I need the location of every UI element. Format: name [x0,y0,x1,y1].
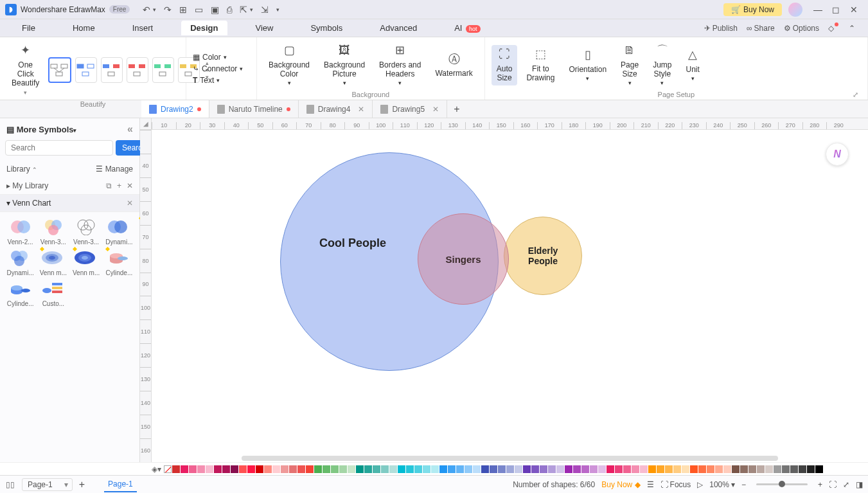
color-swatch[interactable] [623,465,631,473]
menu-file[interactable]: File [13,21,44,35]
color-swatch[interactable] [748,465,756,473]
pagesetup-launcher-icon[interactable]: ⤢ [853,91,858,99]
new-icon[interactable]: ⊞ [179,4,187,15]
color-swatch[interactable] [181,465,188,473]
venn-circle-elderly-people[interactable]: Elderly People [504,217,582,295]
color-swatch[interactable] [799,465,806,473]
fit-page-icon[interactable]: ⛶ [829,480,837,489]
page-tab[interactable]: Page-1 [104,477,137,492]
unit-button[interactable]: △Unit▾ [680,46,704,85]
collapse-sidebar-icon[interactable]: « [127,123,133,135]
category-header[interactable]: ▾ Venn Chart ✕ [0,194,139,212]
presentation-icon[interactable]: ▷ [697,480,703,489]
color-swatch[interactable] [348,465,355,473]
color-swatch[interactable] [715,465,723,473]
save-icon[interactable]: ▣ [211,4,219,15]
symbol-search-input[interactable] [5,140,113,156]
color-swatch[interactable] [406,465,414,473]
color-swatch[interactable] [256,465,263,473]
close-icon[interactable]: ✕ [845,4,863,15]
color-swatch[interactable] [389,465,397,473]
focus-button[interactable]: ⛶Focus [660,480,691,489]
color-swatch[interactable] [682,465,689,473]
symbol-item[interactable]: Dynami... [104,217,134,246]
color-swatch[interactable] [581,465,589,473]
symbol-item[interactable]: Venn-3... [38,217,68,246]
category-close-icon[interactable]: ✕ [127,199,133,208]
tab-close-icon[interactable]: ✕ [432,105,439,114]
color-swatch[interactable] [523,465,531,473]
color-swatch[interactable] [640,465,648,473]
color-swatch[interactable] [632,465,639,473]
symbol-item[interactable]: Cylinde... [5,279,35,307]
color-swatch[interactable] [222,465,230,473]
color-swatch[interactable] [698,465,706,473]
color-swatch[interactable] [414,465,422,473]
color-swatch[interactable] [531,465,539,473]
color-swatch[interactable] [197,465,205,473]
lib-action1-icon[interactable]: ⧉ [106,181,112,190]
color-swatch[interactable] [289,465,297,473]
tab-naruto[interactable]: Naruto Timeline [209,100,299,118]
color-swatch[interactable] [214,465,222,473]
collapse-ribbon-icon[interactable]: ⌃ [849,24,855,33]
color-swatch[interactable] [690,465,698,473]
print-icon[interactable]: ⎙ [227,4,232,15]
color-swatch[interactable] [364,465,372,473]
sidebar-title[interactable]: ▤ More Symbols▾ [6,125,76,134]
color-swatch[interactable] [373,465,380,473]
color-swatch[interactable] [515,465,522,473]
venn-circle-singers[interactable]: Singers [418,213,509,305]
options-button[interactable]: ⚙Options [784,24,819,33]
orientation-button[interactable]: ▯Orientation▾ [563,46,612,85]
color-swatch[interactable] [281,465,288,473]
menu-home[interactable]: Home [64,21,104,35]
color-swatch[interactable] [707,465,714,473]
horizontal-scrollbar[interactable] [242,456,778,461]
color-swatch[interactable] [431,465,439,473]
color-swatch[interactable] [615,465,623,473]
zoom-out-button[interactable]: − [741,480,746,489]
color-swatch[interactable] [757,465,765,473]
color-swatch[interactable] [732,465,740,473]
fit-drawing-button[interactable]: ⬚Fit to Drawing [521,45,560,85]
color-swatch[interactable] [782,465,790,473]
color-swatch[interactable] [272,465,280,473]
menu-design[interactable]: Design [181,21,227,35]
undo-icon[interactable]: ↶ [143,4,150,15]
color-swatch[interactable] [465,465,472,473]
symbol-item[interactable]: Cylinde... [104,248,134,276]
color-swatch[interactable] [264,465,272,473]
color-swatch[interactable] [331,465,339,473]
theme-3[interactable] [101,57,123,83]
undo-dropdown-icon[interactable]: ▾ [153,6,156,13]
color-swatch[interactable] [498,465,506,473]
color-swatch[interactable] [657,465,664,473]
notification-icon[interactable]: ◇ [828,24,840,33]
vertical-ruler[interactable]: 405060708090100110120130140150160 [140,130,152,462]
qat-more-icon[interactable]: ▾ [276,6,279,13]
theme-5[interactable] [152,57,174,83]
color-swatch[interactable] [740,465,748,473]
jump-style-button[interactable]: ⌒Jump Style▾ [648,41,677,89]
symbol-item[interactable]: Venn m... [71,248,102,276]
color-swatch[interactable] [765,465,773,473]
page-nav-icon[interactable]: ▯▯ [5,480,15,490]
color-swatch[interactable] [297,465,305,473]
color-swatch[interactable] [481,465,489,473]
manage-button[interactable]: ☰ Manage [96,165,133,174]
tab-drawing5[interactable]: Drawing5✕ [373,100,447,118]
symbol-item[interactable]: Dynami... [5,248,35,276]
bg-color-button[interactable]: ▢Background Color▾ [263,41,315,89]
add-tab-button[interactable]: + [447,103,466,115]
color-swatch[interactable] [306,465,314,473]
menu-advanced[interactable]: Advanced [371,21,426,35]
color-swatch[interactable] [490,465,497,473]
color-swatch[interactable] [423,465,430,473]
add-page-button[interactable]: + [79,479,85,490]
tab-drawing4[interactable]: Drawing4✕ [299,100,373,118]
color-swatch[interactable] [231,465,238,473]
color-swatch[interactable] [206,465,213,473]
color-swatch[interactable] [598,465,606,473]
symbol-item[interactable]: Venn-2... [5,217,35,246]
